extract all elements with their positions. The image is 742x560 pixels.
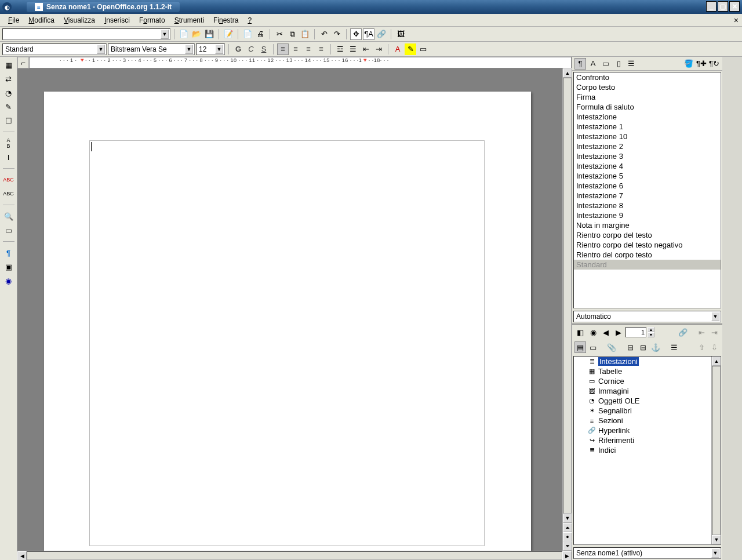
style-item[interactable]: Rientro corpo del testo: [574, 230, 721, 240]
direct-cursor-icon[interactable]: I: [3, 151, 14, 163]
nav-next-icon[interactable]: ▶: [613, 326, 624, 338]
align-right-icon[interactable]: ≡: [303, 43, 314, 55]
style-item[interactable]: Intestazione 6: [574, 181, 721, 191]
align-justify-icon[interactable]: ≡: [315, 43, 327, 55]
align-left-icon[interactable]: ≡: [277, 43, 289, 55]
nav-listbox-icon[interactable]: ▤: [574, 341, 586, 353]
nav-node[interactable]: ◔Oggetti OLE: [574, 396, 721, 406]
text-area[interactable]: [89, 140, 485, 546]
nonprinting-chars-icon[interactable]: ¶: [3, 247, 14, 259]
prev-page-icon[interactable]: ⏶: [563, 523, 572, 532]
horizontal-scrollbar[interactable]: ◀ ▶: [17, 551, 572, 560]
nav-node[interactable]: ≣Intestazioni: [574, 357, 721, 366]
nav-drag-mode-icon[interactable]: 🔗: [677, 326, 689, 338]
font-size-combo[interactable]: 12 ▼: [196, 43, 225, 55]
menu-formato[interactable]: Formato: [134, 15, 170, 26]
nav-node[interactable]: 🖼Immagini: [574, 386, 721, 396]
style-item[interactable]: Intestazione 1: [574, 122, 721, 132]
page-viewport[interactable]: [17, 68, 572, 551]
navigator-toggle-icon[interactable]: ✥: [350, 28, 362, 40]
background-color-icon[interactable]: ▭: [417, 43, 429, 55]
spin-up-icon[interactable]: ▲: [648, 327, 654, 332]
chevron-down-icon[interactable]: ▼: [215, 45, 223, 54]
copy-icon[interactable]: ⧉: [286, 28, 298, 40]
font-color-icon[interactable]: A: [392, 43, 403, 55]
style-item[interactable]: Intestazione 2: [574, 141, 721, 151]
nav-node[interactable]: ▭Cornice: [574, 376, 721, 386]
style-item[interactable]: Intestazione: [574, 112, 721, 122]
highlight-color-icon[interactable]: ✎: [405, 43, 416, 55]
style-item[interactable]: Intestazione 5: [574, 171, 721, 181]
bullet-list-icon[interactable]: ☰: [347, 43, 359, 55]
hyperlink-dialog-icon[interactable]: 🔗: [376, 28, 387, 40]
scroll-right-icon[interactable]: ▶: [562, 551, 572, 560]
paragraph-style-combo[interactable]: Standard ▼: [2, 43, 107, 55]
chevron-down-icon[interactable]: ▼: [711, 548, 719, 558]
style-item[interactable]: Intestazione 3: [574, 151, 721, 161]
minimize-button[interactable]: _: [706, 1, 716, 12]
nav-anchor-icon[interactable]: ⚓: [650, 341, 661, 353]
scroll-up-icon[interactable]: ▲: [712, 357, 721, 366]
autotext-icon[interactable]: AB: [3, 137, 14, 149]
chevron-down-icon[interactable]: ▼: [161, 30, 169, 39]
nav-content-view-icon[interactable]: ▭: [587, 341, 599, 353]
nav-header-icon[interactable]: ⊟: [624, 341, 636, 353]
style-item[interactable]: Nota in margine: [574, 220, 721, 230]
insert-draw-icon[interactable]: ✎: [3, 101, 14, 112]
new-style-icon[interactable]: ¶✚: [696, 58, 707, 70]
menu-visualizza[interactable]: Visualizza: [59, 15, 100, 26]
style-item[interactable]: Formula di saluto: [574, 102, 721, 112]
save-icon[interactable]: 💾: [203, 28, 215, 40]
nav-node[interactable]: 🔗Hyperlink: [574, 426, 721, 435]
style-list[interactable]: ConfrontoCorpo testoFirmaFormula di salu…: [573, 72, 721, 308]
underline-button[interactable]: S: [258, 43, 270, 55]
decrease-indent-icon[interactable]: ⇤: [360, 43, 372, 55]
close-document-icon[interactable]: ×: [734, 16, 739, 25]
style-item[interactable]: Intestazione 4: [574, 161, 721, 171]
online-layout-icon[interactable]: ◉: [3, 275, 14, 286]
undo-icon[interactable]: ↶: [318, 28, 330, 40]
nav-node[interactable]: ≣Indici: [574, 445, 721, 455]
nav-content-icon[interactable]: ◉: [587, 326, 599, 338]
align-center-icon[interactable]: ≡: [290, 43, 301, 55]
style-item[interactable]: Intestazione 8: [574, 201, 721, 210]
nav-toggle-icon[interactable]: ◧: [574, 326, 586, 338]
style-item[interactable]: Standard: [574, 260, 721, 270]
data-sources-icon[interactable]: ▭: [3, 224, 14, 236]
graphics-onoff-icon[interactable]: ▣: [3, 261, 14, 272]
horizontal-ruler[interactable]: · · · 1 · 🔻· · 1 · · · 2 · · · 3 · · · 4…: [29, 57, 572, 68]
form-icon[interactable]: ☐: [3, 115, 14, 126]
edit-doc-icon[interactable]: 📝: [223, 28, 234, 40]
fill-format-icon[interactable]: 🪣: [683, 58, 694, 70]
nav-heading-levels-icon[interactable]: ☰: [668, 341, 680, 353]
menu-strumenti[interactable]: Strumenti: [170, 15, 209, 26]
chevron-down-icon[interactable]: ▼: [711, 312, 719, 321]
find-replace-icon[interactable]: 🔍: [3, 210, 14, 222]
italic-button[interactable]: C: [245, 43, 257, 55]
page-number-input[interactable]: [625, 327, 646, 337]
style-item[interactable]: Rientro corpo del testo negativo: [574, 240, 721, 250]
nav-node[interactable]: ✶Segnalibri: [574, 406, 721, 416]
nav-reminder-icon[interactable]: 📎: [606, 341, 617, 353]
spin-down-icon[interactable]: ▼: [648, 332, 654, 337]
app-menu-icon[interactable]: ◐: [2, 2, 12, 12]
update-style-icon[interactable]: ¶↻: [708, 58, 720, 70]
export-pdf-icon[interactable]: 📄: [242, 28, 253, 40]
style-item[interactable]: Firma: [574, 92, 721, 102]
style-item[interactable]: Corpo testo: [574, 82, 721, 92]
close-button[interactable]: ✕: [729, 1, 740, 12]
scroll-left-icon[interactable]: ◀: [17, 551, 27, 560]
new-doc-icon[interactable]: 📄: [178, 28, 190, 40]
vertical-scrollbar[interactable]: ▲ ▼ ⏶ ● ⏷: [562, 68, 572, 551]
chevron-down-icon[interactable]: ▼: [185, 45, 193, 54]
open-icon[interactable]: 📂: [191, 28, 202, 40]
nav-node[interactable]: ≡Sezioni: [574, 416, 721, 426]
maximize-button[interactable]: ▢: [718, 1, 728, 12]
scroll-down-icon[interactable]: ▼: [563, 514, 572, 523]
scroll-down-icon[interactable]: ▼: [712, 535, 721, 544]
navigator-tree[interactable]: ≣Intestazioni▦Tabelle▭Cornice🖼Immagini◔O…: [573, 356, 721, 545]
menu-modifica[interactable]: Modifica: [24, 15, 59, 26]
menu-finestra[interactable]: Finestra: [209, 15, 243, 26]
next-page-icon[interactable]: ⏷: [563, 541, 572, 551]
paragraph-styles-icon[interactable]: ¶: [574, 58, 586, 70]
